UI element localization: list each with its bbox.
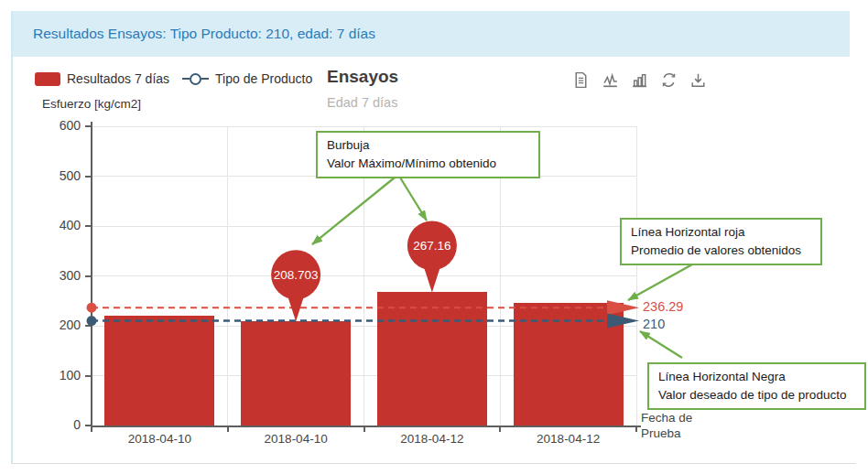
y-tick-label: 500 [35,168,81,183]
x-axis-tick-label: 2018-04-10 [228,432,364,446]
legend-swatch-red [35,72,60,86]
v-gridline [227,126,228,426]
download-icon[interactable] [689,70,708,90]
bubble-tail [286,290,306,321]
panel-title: Resultados Ensayos: Tipo Producto: 210, … [33,26,375,41]
y-tick-label: 0 [35,417,81,432]
bar-2018-04-12 [377,292,487,426]
x-axis-title: Fecha de Prueba [641,410,705,441]
y-axis-line [91,122,92,427]
chart-subtitle: Edad 7 días [327,95,397,110]
chart-toolbar [571,70,708,90]
legend-label-tipo-producto: Tipo de Producto [215,71,312,86]
panel-left-border [11,11,13,463]
x-axis-tick-label: 2018-04-12 [500,432,636,446]
bar-chart-icon[interactable] [630,70,649,90]
y-tick-label: 300 [35,268,81,283]
line-circle-marker-icon [182,73,209,85]
arrow-burbuja-to-left-bubble [312,178,395,244]
panel-bottom-border [11,463,856,464]
arrow-to-red-line [628,264,692,300]
legend-label-resultados: Resultados 7 días [67,71,169,86]
report-icon[interactable] [571,70,591,90]
value-bubble [407,221,457,270]
page: Resultados Ensayos: Tipo Producto: 210, … [0,0,868,474]
chart-title: Ensayos [327,67,398,87]
arrow-burbuja-to-right-bubble [400,178,427,221]
v-gridline [636,126,637,426]
bubble-tail [422,261,442,292]
legend-item-resultados[interactable]: Resultados 7 días [35,71,169,86]
y-tick-label: 400 [35,218,81,232]
y-tick-label: 600 [35,118,81,133]
annotation-red-line: Línea Horizontal roja Promedio de valore… [620,218,822,265]
bar-2018-04-10 [104,316,214,426]
y-axis-title: Esfuerzo [kg/cm2] [42,97,141,111]
target-line-value-label: 210 [643,317,665,331]
y-tick-label: 100 [35,368,81,382]
arrow-to-black-line [640,331,682,358]
avg-line-value-label: 236.29 [643,299,683,314]
refresh-icon[interactable] [659,70,678,90]
x-axis-tick-label: 2018-04-10 [92,432,228,446]
y-tick-label: 200 [35,318,81,332]
chart-legend: Resultados 7 días Tipo de Producto [35,70,312,88]
bar-2018-04-12 [514,303,624,426]
legend-item-tipo-producto[interactable]: Tipo de Producto [182,71,312,86]
panel-header: Resultados Ensayos: Tipo Producto: 210, … [13,11,850,57]
bar-2018-04-10 [241,321,351,426]
annotation-burbuja: Burbuja Valor Máximo/Mínimo obtenido [316,131,540,178]
line-chart-icon[interactable] [601,70,620,90]
annotation-black-line: Línea Horizontal Negra Valor deseado de … [647,362,866,410]
bubble-value-label: 267.16 [413,239,450,253]
x-axis-tick-label: 2018-04-12 [364,432,501,446]
